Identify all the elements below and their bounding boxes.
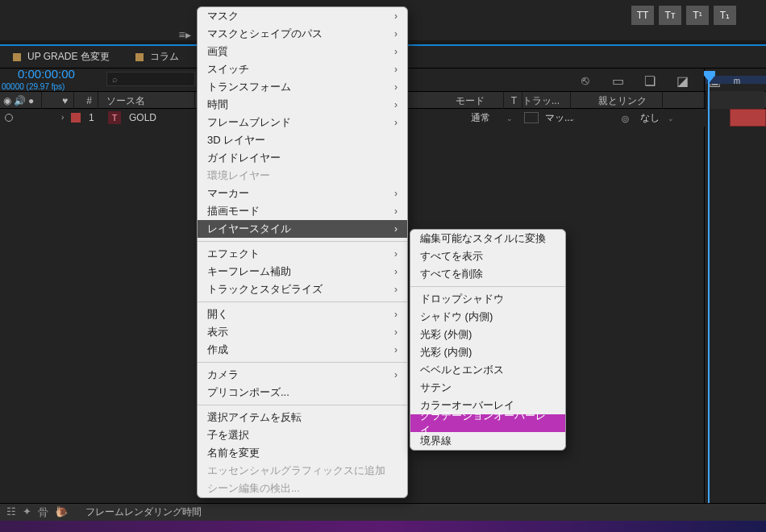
menu-item-label: 環境レイヤー: [207, 168, 270, 183]
desktop-edge: [0, 521, 766, 532]
layer-bar[interactable]: [730, 109, 766, 127]
menu-item[interactable]: 描画モード›: [198, 202, 407, 220]
menu-item-label: ガイドレイヤー: [207, 151, 281, 165]
toggle-switches-icon[interactable]: ✦: [23, 505, 31, 520]
toggle-switches-icon[interactable]: 骨: [38, 505, 48, 520]
menu-item[interactable]: すべてを削除: [410, 265, 565, 283]
timeline-toolbar-icons: ⎋ ▭ ❏ ◪ ▣: [577, 73, 722, 89]
menu-item-label: サテン: [420, 380, 452, 395]
submenu-arrow-icon: ›: [394, 46, 398, 57]
subscript-button[interactable]: T₁: [713, 5, 737, 26]
label-header[interactable]: ♥: [56, 92, 74, 110]
menu-item-label: 編集可能なスタイルに変換: [420, 231, 546, 246]
comp-tab-2[interactable]: コラム: [123, 46, 192, 69]
menu-item[interactable]: キーフレーム補助›: [198, 263, 407, 281]
timeline-bottom-bar: ☷ ✦ 骨 🐌 フレームレンダリング時間: [0, 503, 766, 521]
layer-name[interactable]: GOLD: [129, 109, 156, 127]
menu-item[interactable]: 表示›: [198, 323, 407, 341]
chevron-down-icon: ⌄: [569, 114, 576, 123]
menu-item-label: 時間: [207, 98, 228, 112]
menu-item[interactable]: グラデーションオーバーレイ: [410, 414, 565, 432]
timeline-search-input[interactable]: ⌕: [106, 72, 195, 86]
parent-link-header[interactable]: 親とリンク: [598, 92, 663, 110]
menu-separator: [198, 301, 407, 302]
layer-context-menu: マスク›マスクとシェイプのパス›画質›スイッチ›トランスフォーム›時間›フレーム…: [197, 6, 408, 498]
pickwhip-icon[interactable]: ⊚: [621, 113, 630, 125]
current-time-display[interactable]: 0:00:00:00: [18, 67, 75, 81]
preserve-transparency-toggle[interactable]: [524, 112, 539, 123]
menu-item[interactable]: エフェクト›: [198, 245, 407, 263]
menu-item[interactable]: マスク›: [198, 7, 407, 25]
allcaps-button[interactable]: TT: [631, 5, 655, 26]
layer-index: 1: [89, 109, 94, 127]
submenu-arrow-icon: ›: [394, 10, 398, 22]
video-eye-icon[interactable]: [5, 114, 13, 122]
track-matte-dropdown[interactable]: マッ...: [545, 109, 572, 127]
parent-dropdown[interactable]: なし: [640, 109, 660, 127]
text-style-group: TT Tт T¹ T₁: [631, 5, 737, 26]
source-name-header[interactable]: ソース名: [106, 92, 195, 110]
column-divider[interactable]: [704, 69, 705, 503]
menu-item[interactable]: シャドウ (内側): [410, 308, 565, 326]
menu-item-label: すべてを削除: [420, 267, 483, 281]
menu-item[interactable]: フレームブレンド›: [198, 114, 407, 131]
label-color-swatch[interactable]: [71, 113, 81, 123]
menu-item[interactable]: ガイドレイヤー: [198, 149, 407, 167]
superscript-button[interactable]: T¹: [685, 5, 710, 26]
toggle-switches-icon[interactable]: ☷: [6, 505, 16, 520]
menu-item[interactable]: スイッチ›: [198, 60, 407, 78]
menu-item[interactable]: カメラ›: [198, 366, 407, 384]
submenu-arrow-icon: ›: [394, 369, 398, 380]
panel-menu-icon[interactable]: ≡▸: [176, 26, 194, 44]
menu-item[interactable]: 選択アイテムを反転: [198, 409, 407, 426]
menu-item-label: トランスフォーム: [207, 80, 291, 94]
draft3d-icon[interactable]: ▭: [610, 73, 626, 89]
menu-item[interactable]: ベベルとエンボス: [410, 361, 565, 379]
menu-item[interactable]: すべてを表示: [410, 247, 565, 265]
ruler-unit-label: m: [734, 77, 740, 85]
menu-item-label: マスクとシェイプのパス: [207, 27, 323, 41]
menu-item[interactable]: 光彩 (内側): [410, 343, 565, 361]
submenu-arrow-icon: ›: [394, 28, 398, 39]
comp-mini-flowchart-icon[interactable]: ⎋: [577, 73, 593, 89]
smallcaps-button[interactable]: Tт: [658, 5, 682, 26]
menu-item[interactable]: 開く›: [198, 305, 407, 323]
comp-tab-1[interactable]: UP GRADE 色変更: [0, 46, 123, 69]
menu-item[interactable]: 画質›: [198, 43, 407, 60]
render-time-icon[interactable]: 🐌: [55, 505, 68, 520]
chevron-down-icon: ⌄: [668, 114, 674, 123]
menu-item[interactable]: ドロップシャドウ: [410, 290, 565, 308]
menu-item[interactable]: 作成›: [198, 341, 407, 359]
current-time-indicator[interactable]: [708, 76, 710, 511]
submenu-arrow-icon: ›: [394, 248, 398, 260]
preserve-transparency-header[interactable]: T: [506, 92, 522, 110]
menu-item[interactable]: レイヤースタイル›: [198, 220, 407, 238]
menu-item[interactable]: 時間›: [198, 96, 407, 114]
menu-item-label: プリコンポーズ...: [207, 385, 289, 400]
shy-icon[interactable]: ❏: [642, 73, 658, 89]
comp-tab-label: UP GRADE 色変更: [27, 50, 110, 64]
frameblend-icon[interactable]: ◪: [674, 73, 690, 89]
menu-item[interactable]: マスクとシェイプのパス›: [198, 25, 407, 43]
submenu-arrow-icon: ›: [394, 117, 398, 128]
comp-tab-label: コラム: [150, 50, 179, 64]
index-header[interactable]: #: [81, 92, 98, 110]
menu-item[interactable]: 子を選択: [198, 426, 407, 444]
twirl-arrow-icon[interactable]: ›: [61, 113, 64, 122]
menu-item[interactable]: トラックとスタビライズ›: [198, 281, 407, 298]
menu-item[interactable]: マーカー›: [198, 185, 407, 202]
menu-item-label: 3D レイヤー: [207, 133, 265, 148]
menu-item[interactable]: プリコンポーズ...: [198, 384, 407, 401]
menu-item[interactable]: 編集可能なスタイルに変換: [410, 230, 565, 247]
menu-item[interactable]: トランスフォーム›: [198, 78, 407, 96]
frame-rate-display: 00000 (29.97 fps): [2, 82, 65, 91]
menu-item[interactable]: 3D レイヤー: [198, 131, 407, 149]
track-matte-header[interactable]: トラッ...: [522, 92, 571, 110]
menu-item-label: 光彩 (外側): [420, 327, 472, 342]
menu-item-label: トラックとスタビライズ: [207, 282, 323, 297]
menu-item[interactable]: サテン: [410, 379, 565, 397]
menu-item[interactable]: 光彩 (外側): [410, 326, 565, 343]
mode-header[interactable]: モード: [456, 92, 504, 110]
menu-item[interactable]: 名前を変更: [198, 444, 407, 462]
menu-item-label: ドロップシャドウ: [420, 292, 504, 306]
